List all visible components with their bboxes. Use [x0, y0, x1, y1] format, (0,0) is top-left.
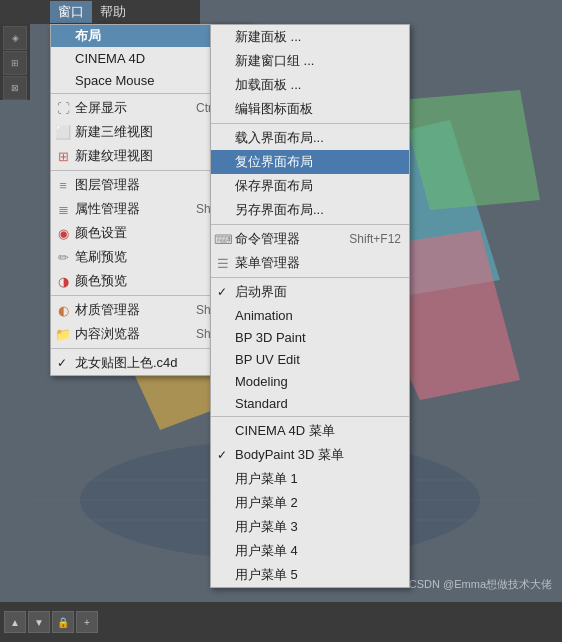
sub-item-usermenu3[interactable]: 用户菜单 3	[211, 515, 409, 539]
material-icon: ◐	[53, 301, 73, 319]
check-icon: ✓	[57, 356, 67, 370]
toolbar-btn-lock[interactable]: 🔒	[52, 611, 74, 633]
startup-check-icon: ✓	[217, 285, 227, 299]
sub-item-usermenu1[interactable]: 用户菜单 1	[211, 467, 409, 491]
sidebar-icon-1[interactable]: ◈	[3, 26, 27, 50]
menumgr-icon: ☰	[213, 254, 233, 272]
brush-icon: ✏	[53, 248, 73, 266]
sub-item-bp3dpaint[interactable]: BP 3D Paint	[211, 326, 409, 348]
menu-layout-header: 布局	[51, 25, 217, 47]
sub-item-modeling[interactable]: Modeling	[211, 370, 409, 392]
sub-item-animation[interactable]: Animation	[211, 304, 409, 326]
newtexview-icon: ⊞	[53, 147, 73, 165]
menubar-item-window[interactable]: 窗口	[50, 1, 92, 23]
sub-item-newwingroup[interactable]: 新建窗口组 ...	[211, 49, 409, 73]
color-icon: ◉	[53, 224, 73, 242]
sub-item-resetlayout[interactable]: 复位界面布局	[211, 150, 409, 174]
sub-item-usermenu5[interactable]: 用户菜单 5	[211, 563, 409, 587]
sub-divider-2	[211, 224, 409, 225]
toolbar-btn-add[interactable]: +	[76, 611, 98, 633]
bodypaint-check-icon: ✓	[217, 448, 227, 462]
toolbar-btn-up[interactable]: ▲	[4, 611, 26, 633]
sub-item-loadlayout[interactable]: 载入界面布局...	[211, 126, 409, 150]
sub-item-cmdmgr[interactable]: ⌨ 命令管理器 Shift+F12	[211, 227, 409, 251]
colorprev-icon: ◑	[53, 272, 73, 290]
sub-item-loadpanel[interactable]: 加载面板 ...	[211, 73, 409, 97]
fullscreen-icon: ⛶	[53, 99, 73, 117]
menubar-item-help[interactable]: 帮助	[92, 1, 134, 23]
toolbar-btn-down[interactable]: ▼	[28, 611, 50, 633]
sub-item-bodypaint3dmenu[interactable]: ✓ BodyPaint 3D 菜单	[211, 443, 409, 467]
sub-divider-3	[211, 277, 409, 278]
sub-item-bpuvedit[interactable]: BP UV Edit	[211, 348, 409, 370]
watermark-text: CSDN @Emma想做技术大佬	[409, 577, 552, 592]
left-sidebar: ◈ ⊞ ⊠	[0, 24, 30, 100]
sub-item-standard[interactable]: Standard	[211, 392, 409, 414]
sub-item-startup[interactable]: ✓ 启动界面	[211, 280, 409, 304]
attr-icon: ≣	[53, 200, 73, 218]
sub-item-menumgr[interactable]: ☰ 菜单管理器	[211, 251, 409, 275]
sub-dropdown-menu: 新建面板 ... 新建窗口组 ... 加载面板 ... 编辑图标面板 载入界面布…	[210, 24, 410, 588]
sub-item-editiconpanel[interactable]: 编辑图标面板	[211, 97, 409, 121]
bottom-toolbar: ▲ ▼ 🔒 +	[0, 602, 562, 642]
layers-icon: ≡	[53, 176, 73, 194]
sub-item-newpanel[interactable]: 新建面板 ...	[211, 25, 409, 49]
sidebar-icon-3[interactable]: ⊠	[3, 76, 27, 100]
menubar: 窗口 帮助	[0, 0, 200, 24]
sub-divider-4	[211, 416, 409, 417]
sub-divider-1	[211, 123, 409, 124]
new3dview-icon: ⬜	[53, 123, 73, 141]
content-icon: 📁	[53, 325, 73, 343]
sidebar-icon-2[interactable]: ⊞	[3, 51, 27, 75]
sub-item-saveaslayout[interactable]: 另存界面布局...	[211, 198, 409, 222]
sub-item-cinema4dmenu[interactable]: CINEMA 4D 菜单	[211, 419, 409, 443]
cmd-icon: ⌨	[213, 230, 233, 248]
sub-item-usermenu2[interactable]: 用户菜单 2	[211, 491, 409, 515]
sub-item-savelayout[interactable]: 保存界面布局	[211, 174, 409, 198]
sub-item-usermenu4[interactable]: 用户菜单 4	[211, 539, 409, 563]
